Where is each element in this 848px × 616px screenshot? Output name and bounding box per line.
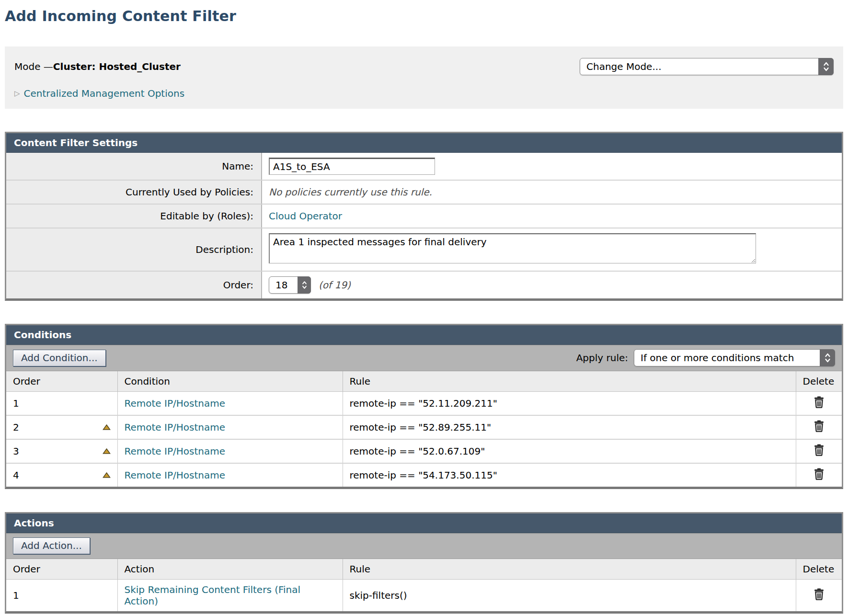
condition-rule: remote-ip == "54.173.50.115" [343, 463, 796, 487]
mode-value: Cluster: Hosted_Cluster [53, 61, 181, 72]
change-mode-select-value: Change Mode... [586, 61, 662, 72]
actions-col-delete: Delete [796, 559, 842, 580]
change-mode-select[interactable]: Change Mode... [580, 58, 834, 75]
settings-row-order: Order: 18 (of 19) [6, 271, 842, 298]
conditions-col-condition: Condition [117, 371, 343, 392]
trash-icon [814, 420, 825, 432]
conditions-col-rule: Rule [343, 371, 796, 392]
select-stepper-icon [298, 276, 311, 294]
action-rule: skip-filters() [343, 580, 796, 612]
cloud-operator-link[interactable]: Cloud Operator [269, 210, 342, 222]
delete-action-button[interactable] [814, 588, 825, 600]
condition-rule: remote-ip == "52.11.209.211" [343, 392, 796, 416]
description-textarea[interactable]: Area 1 inspected messages for final deli… [269, 233, 756, 263]
condition-order: 3 [6, 439, 117, 463]
condition-row: 1 Remote IP/Hostname remote-ip == "52.11… [6, 392, 842, 416]
name-input[interactable] [269, 158, 435, 175]
conditions-toolbar: Add Condition... Apply rule: If one or m… [6, 345, 842, 371]
move-up-button[interactable] [103, 448, 111, 455]
content-filter-settings-header: Content Filter Settings [6, 133, 842, 153]
move-up-button[interactable] [103, 424, 111, 431]
conditions-col-delete: Delete [796, 371, 842, 392]
settings-table: Name: Currently Used by Policies: No pol… [6, 153, 842, 298]
actions-header: Actions [6, 513, 842, 533]
conditions-table: Order Condition Rule Delete 1 Remote IP/… [6, 371, 842, 487]
actions-section: Actions Add Action... Order Action Rule … [5, 512, 843, 614]
page: Add Incoming Content Filter Mode —Cluste… [5, 8, 843, 616]
select-stepper-icon [818, 58, 834, 75]
condition-link[interactable]: Remote IP/Hostname [125, 469, 225, 481]
trash-icon [814, 588, 825, 600]
condition-order: 1 [6, 392, 117, 416]
settings-row-policies: Currently Used by Policies: No policies … [6, 180, 842, 204]
move-up-button[interactable] [103, 472, 111, 479]
apply-rule-label: Apply rule: [576, 352, 628, 364]
actions-col-order: Order [6, 559, 117, 580]
editable-roles-label: Editable by (Roles): [6, 204, 262, 228]
delete-condition-button[interactable] [814, 396, 825, 408]
description-label: Description: [6, 228, 262, 271]
trash-icon [814, 468, 825, 480]
move-up-arrow-icon [103, 424, 111, 431]
conditions-header: Conditions [6, 325, 842, 345]
order-of-note: (of 19) [319, 279, 351, 291]
add-action-button[interactable]: Add Action... [13, 537, 90, 554]
mode-text: Mode —Cluster: Hosted_Cluster [14, 61, 181, 72]
actions-toolbar: Add Action... [6, 533, 842, 559]
actions-col-action: Action [117, 559, 343, 580]
condition-rule: remote-ip == "52.89.255.11" [343, 415, 796, 439]
actions-table: Order Action Rule Delete 1 Skip Remainin… [6, 559, 842, 611]
order-select[interactable]: 18 [269, 276, 311, 294]
mode-label: Mode — [14, 61, 53, 72]
move-up-arrow-icon [103, 448, 111, 455]
apply-rule-select[interactable]: If one or more conditions match [634, 349, 835, 366]
policies-label: Currently Used by Policies: [6, 180, 262, 204]
order-select-value: 18 [275, 279, 287, 291]
trash-icon [814, 444, 825, 456]
add-condition-button[interactable]: Add Condition... [13, 350, 106, 366]
condition-row: 3 Remote IP/Hostname remote-ip == "52.0.… [6, 439, 842, 463]
select-stepper-icon [820, 349, 835, 366]
settings-row-editable: Editable by (Roles): Cloud Operator [6, 204, 842, 228]
action-row: 1 Skip Remaining Content Filters (Final … [6, 580, 842, 612]
condition-order: 2 [6, 415, 117, 439]
move-up-arrow-icon [103, 472, 111, 479]
settings-row-name: Name: [6, 153, 842, 180]
apply-rule-select-value: If one or more conditions match [641, 352, 794, 364]
page-title: Add Incoming Content Filter [5, 8, 843, 24]
centralized-management-options-link[interactable]: Centralized Management Options [24, 88, 185, 99]
action-order: 1 [6, 580, 117, 612]
delete-condition-button[interactable] [814, 420, 825, 432]
actions-col-rule: Rule [343, 559, 796, 580]
delete-condition-button[interactable] [814, 468, 825, 480]
content-filter-settings-section: Content Filter Settings Name: Currently … [5, 132, 843, 301]
conditions-section: Conditions Add Condition... Apply rule: … [5, 324, 843, 489]
condition-order: 4 [6, 463, 117, 487]
trash-icon [814, 396, 825, 408]
condition-row: 4 Remote IP/Hostname remote-ip == "54.17… [6, 463, 842, 487]
condition-rule: remote-ip == "52.0.67.109" [343, 439, 796, 463]
policies-value: No policies currently use this rule. [269, 186, 432, 198]
condition-row: 2 Remote IP/Hostname remote-ip == "52.89… [6, 415, 842, 439]
name-label: Name: [6, 153, 262, 180]
settings-row-description: Description: Area 1 inspected messages f… [6, 228, 842, 271]
conditions-col-order: Order [6, 371, 117, 392]
delete-condition-button[interactable] [814, 444, 825, 456]
condition-link[interactable]: Remote IP/Hostname [125, 445, 225, 457]
condition-link[interactable]: Remote IP/Hostname [125, 422, 225, 433]
disclosure-triangle-icon: ▷ [14, 90, 20, 97]
condition-link[interactable]: Remote IP/Hostname [125, 398, 225, 409]
order-label: Order: [6, 271, 262, 298]
mode-panel: Mode —Cluster: Hosted_Cluster Change Mod… [5, 46, 843, 109]
action-link[interactable]: Skip Remaining Content Filters (Final Ac… [125, 584, 316, 607]
